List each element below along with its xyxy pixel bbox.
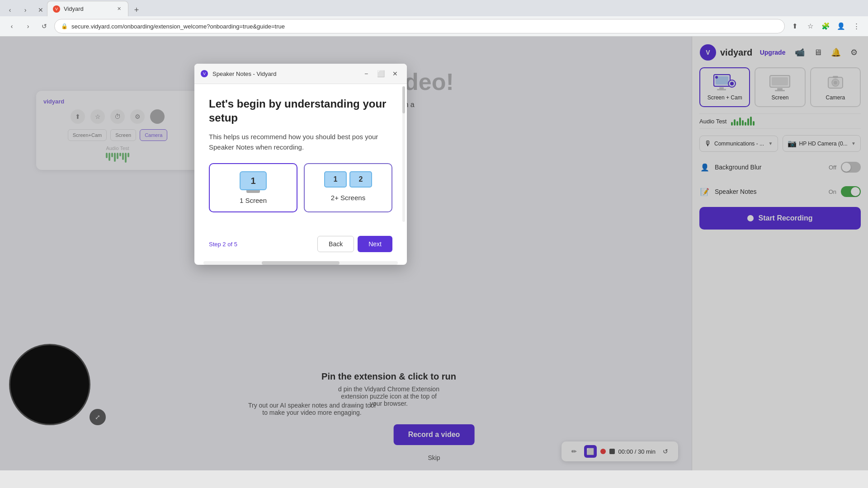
next-btn[interactable]: Next: [358, 236, 392, 252]
window-controls: ‹ › ✕: [4, 4, 47, 16]
monitor-1: 1: [240, 171, 267, 190]
lock-icon: 🔒: [61, 23, 68, 29]
popup-title: Speaker Notes - Vidyard: [212, 70, 356, 77]
popup-window: V Speaker Notes - Vidyard − ⬜ ✕ Let's be…: [194, 64, 407, 265]
close-btn[interactable]: ✕: [34, 4, 47, 16]
tab-title: Vidyard: [64, 5, 84, 12]
one-screen-label: 1 Screen: [240, 197, 267, 204]
extensions-icon[interactable]: 🧩: [819, 20, 832, 33]
popup-hscrollbar[interactable]: [203, 261, 398, 265]
popup-scrollbar[interactable]: [402, 86, 405, 222]
popup-heading: Let's begin by understanding your setup: [209, 97, 392, 125]
menu-icon[interactable]: ⋮: [850, 20, 863, 33]
popup-scrollbar-thumb: [402, 86, 405, 113]
popup-close-btn[interactable]: ✕: [390, 68, 401, 79]
popup-description: This helps us recommend how you should b…: [209, 132, 392, 152]
popup-minimize-btn[interactable]: −: [361, 68, 372, 79]
monitor-2b: 2: [349, 171, 372, 188]
share-icon[interactable]: ⬆: [788, 20, 801, 33]
browser-tab[interactable]: V Vidyard ✕: [47, 1, 128, 16]
nav-forward-btn[interactable]: ›: [22, 20, 34, 33]
popup-footer: Step 2 of 5 Back Next: [194, 230, 407, 261]
nav-refresh-btn[interactable]: ↺: [38, 20, 51, 33]
multi-screen-option[interactable]: 1 2 2+ Screens: [304, 163, 392, 212]
page-content: Let's make a video! Start with a casual …: [0, 37, 868, 470]
nav-back-btn[interactable]: ‹: [5, 20, 18, 33]
toolbar-right: ⬆ ☆ 🧩 👤 ⋮: [788, 20, 863, 33]
url-text: secure.vidyard.com/onboarding/extension_…: [71, 23, 285, 30]
tab-bar: ‹ › ✕ V Vidyard ✕ +: [0, 0, 868, 16]
address-bar[interactable]: 🔒 secure.vidyard.com/onboarding/extensio…: [54, 19, 785, 33]
bookmark-icon[interactable]: ☆: [804, 20, 816, 33]
address-bar-row: ‹ › ↺ 🔒 secure.vidyard.com/onboarding/ex…: [0, 16, 868, 36]
monitor-2a: 1: [324, 171, 347, 188]
popup-hscrollbar-thumb: [262, 261, 340, 265]
browser-chrome: ‹ › ✕ V Vidyard ✕ + ‹ › ↺ 🔒 secure.vidya…: [0, 0, 868, 37]
popup-titlebar: V Speaker Notes - Vidyard − ⬜ ✕: [194, 64, 407, 84]
popup-body: Let's begin by understanding your setup …: [194, 84, 407, 230]
profile-icon[interactable]: 👤: [835, 20, 847, 33]
back-btn[interactable]: Back: [317, 236, 354, 252]
one-screen-visual: 1: [240, 171, 267, 190]
forward-btn[interactable]: ›: [19, 4, 32, 16]
popup-favicon: V: [201, 70, 208, 77]
popup-footer-btns: Back Next: [317, 236, 392, 252]
screen-options: 1 1 Screen 1 2 2+ Screens: [209, 163, 392, 212]
step-label: Step 2 of 5: [209, 241, 237, 248]
new-tab-btn[interactable]: +: [130, 4, 143, 16]
back-btn[interactable]: ‹: [4, 4, 16, 16]
multi-screen-visual: 1 2: [324, 171, 372, 188]
tab-close-btn[interactable]: ✕: [115, 5, 123, 13]
popup-overlay: [0, 37, 868, 470]
multi-screen-label: 2+ Screens: [331, 194, 365, 202]
popup-maximize-btn[interactable]: ⬜: [375, 68, 386, 79]
one-screen-option[interactable]: 1 1 Screen: [209, 163, 297, 212]
tab-favicon: V: [53, 5, 60, 13]
popup-controls: − ⬜ ✕: [361, 68, 401, 79]
